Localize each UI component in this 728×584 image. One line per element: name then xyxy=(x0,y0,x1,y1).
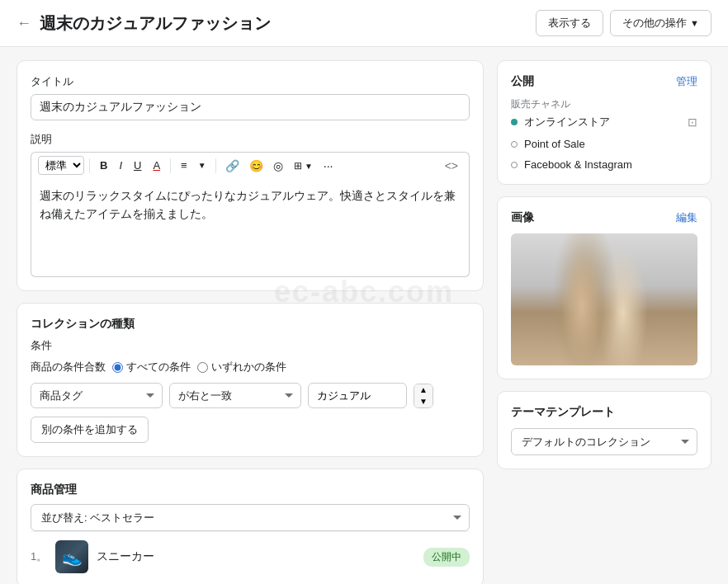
view-button[interactable]: 表示する xyxy=(536,10,603,36)
manage-link[interactable]: 管理 xyxy=(676,74,697,89)
match-select[interactable]: が右と一致 xyxy=(169,383,301,408)
bold-button[interactable]: B xyxy=(95,157,112,174)
fb-dot xyxy=(511,162,518,168)
condition-count-label: 商品の条件合数 xyxy=(31,360,106,374)
description-label: 説明 xyxy=(31,132,470,147)
any-condition-label: いずれかの条件 xyxy=(211,360,286,374)
table-button[interactable]: ⊞ ▼ xyxy=(289,158,318,174)
channel-item-pos: Point of Sale xyxy=(511,138,697,150)
product-thumbnail: 👟 xyxy=(55,540,88,573)
stepper-up-button[interactable]: ▲ xyxy=(414,384,433,396)
format-select[interactable]: 標準 xyxy=(38,156,84,175)
product-number: 1。 xyxy=(31,549,47,564)
description-editor[interactable]: 週末のリラックスタイムにぴったりなカジュアルウェア。快適さとスタイルを兼ね備えた… xyxy=(31,178,470,277)
condition-label: 条件 xyxy=(31,338,470,353)
channel-item-online: オンラインストア ⊡ xyxy=(511,115,697,130)
edit-image-link[interactable]: 編集 xyxy=(676,210,697,225)
channel-item-fb: Facebook & Instagram xyxy=(511,158,697,171)
emoji-button[interactable]: 😊 xyxy=(245,157,267,175)
page-title: 週末のカジュアルファッション xyxy=(40,12,271,35)
stepper[interactable]: ▲ ▼ xyxy=(414,384,433,408)
any-condition-radio[interactable]: いずれかの条件 xyxy=(197,360,286,374)
tag-value-input[interactable] xyxy=(308,383,407,408)
collection-image[interactable] xyxy=(511,233,697,365)
code-button[interactable]: <> xyxy=(441,157,462,175)
online-store-icon[interactable]: ⊡ xyxy=(688,115,697,129)
fb-label: Facebook & Instagram xyxy=(524,158,632,171)
link-button[interactable]: 🔗 xyxy=(221,157,243,175)
align-button[interactable]: ≡ xyxy=(176,157,192,174)
published-badge: 公開中 xyxy=(423,548,470,567)
pos-label: Point of Sale xyxy=(524,138,585,150)
underline-button[interactable]: U xyxy=(129,157,146,174)
theme-select[interactable]: デフォルトのコレクション xyxy=(511,428,697,455)
product-row: 1。 👟 スニーカー 公開中 xyxy=(31,531,470,573)
channels-label: 販売チャネル xyxy=(511,97,697,111)
publish-title: 公開 xyxy=(511,74,534,89)
title-label: タイトル xyxy=(31,74,470,89)
more-toolbar-button[interactable]: ··· xyxy=(319,157,338,175)
online-store-dot xyxy=(511,119,518,125)
italic-button[interactable]: I xyxy=(114,157,127,174)
all-conditions-radio[interactable]: すべての条件 xyxy=(112,360,191,374)
shoe-icon: 👟 xyxy=(55,540,88,573)
align-arrow[interactable]: ▼ xyxy=(194,158,210,172)
image-title: 画像 xyxy=(511,210,534,225)
sort-select[interactable]: 並び替え: ベストセラー xyxy=(31,504,470,531)
sales-channel-list: オンラインストア ⊡ Point of Sale xyxy=(511,115,697,171)
title-input[interactable] xyxy=(31,94,470,120)
online-store-label: オンラインストア xyxy=(524,115,610,130)
editor-toolbar: 標準 B I U A ≡ ▼ xyxy=(31,152,470,178)
color-button[interactable]: A xyxy=(148,157,165,174)
circle-button[interactable]: ◎ xyxy=(269,157,287,175)
theme-title: テーマテンプレート xyxy=(511,405,697,420)
add-condition-button[interactable]: 別の条件を追加する xyxy=(31,417,149,443)
tag-select[interactable]: 商品タグ xyxy=(31,383,163,408)
collection-type-title: コレクションの種類 xyxy=(31,317,470,332)
product-name: スニーカー xyxy=(97,549,415,564)
stepper-down-button[interactable]: ▼ xyxy=(414,396,433,407)
all-conditions-label: すべての条件 xyxy=(126,360,191,374)
more-actions-button[interactable]: その他の操作 ▼ xyxy=(610,10,711,36)
pos-dot xyxy=(511,141,518,148)
product-mgmt-title: 商品管理 xyxy=(31,483,470,497)
back-button[interactable]: ← xyxy=(17,15,31,32)
collection-photo xyxy=(511,233,697,365)
